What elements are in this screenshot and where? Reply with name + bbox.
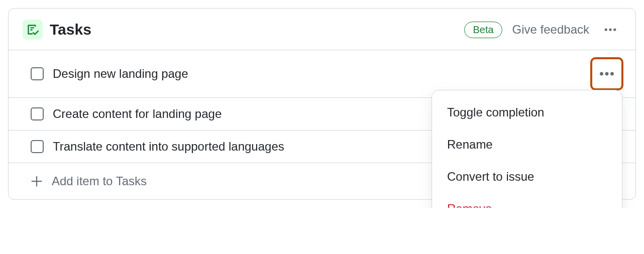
plus-icon <box>31 175 43 187</box>
svg-point-4 <box>605 72 609 76</box>
svg-point-3 <box>600 72 603 76</box>
menu-item-convert-to-issue[interactable]: Convert to issue <box>432 161 622 193</box>
svg-point-1 <box>609 28 611 31</box>
task-label[interactable]: Design new landing page <box>53 67 583 81</box>
tasks-panel: Tasks Beta Give feedback Design new land… <box>8 8 636 200</box>
kebab-horizontal-icon <box>603 23 617 37</box>
menu-item-rename[interactable]: Rename <box>432 129 622 161</box>
tasks-header: Tasks Beta Give feedback <box>9 9 635 50</box>
give-feedback-link[interactable]: Give feedback <box>512 23 589 37</box>
task-checkbox[interactable] <box>31 67 44 80</box>
beta-badge: Beta <box>464 22 502 38</box>
kebab-horizontal-icon <box>596 63 617 84</box>
task-checkbox[interactable] <box>31 107 44 120</box>
tasks-panel-menu-button[interactable] <box>599 19 621 41</box>
task-row-actions <box>592 59 621 88</box>
tasks-title: Tasks <box>50 21 91 38</box>
svg-point-2 <box>613 28 616 31</box>
tasks-header-left: Tasks <box>23 20 91 40</box>
menu-item-remove[interactable]: Remove <box>432 193 622 208</box>
task-context-menu: Toggle completion Rename Convert to issu… <box>432 90 622 208</box>
svg-point-0 <box>605 28 607 31</box>
add-item-label: Add item to Tasks <box>52 174 147 188</box>
tasklist-icon <box>23 20 43 40</box>
task-checkbox[interactable] <box>31 140 44 153</box>
menu-item-toggle-completion[interactable]: Toggle completion <box>432 96 622 129</box>
svg-point-5 <box>610 72 614 76</box>
task-row-menu-button[interactable] <box>592 59 621 88</box>
tasks-header-right: Beta Give feedback <box>464 19 621 41</box>
